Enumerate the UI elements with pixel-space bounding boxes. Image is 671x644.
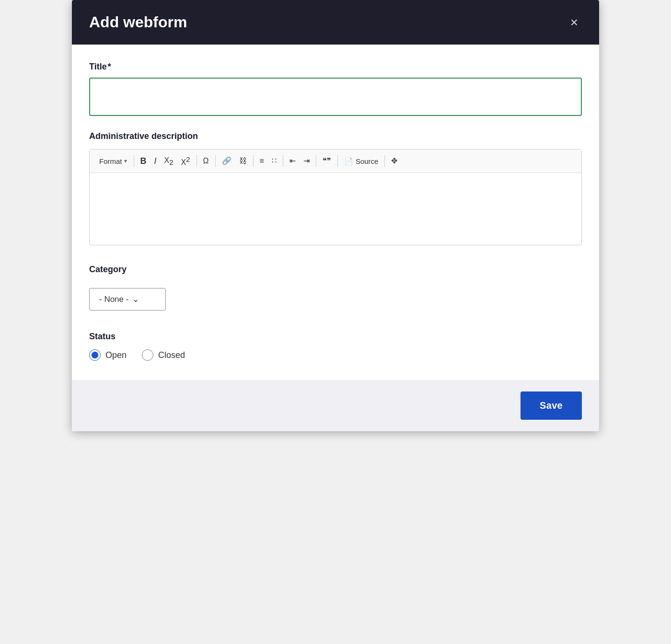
- status-open-option[interactable]: Open: [89, 349, 127, 361]
- unordered-list-icon: ∷: [272, 157, 277, 165]
- toolbar-separator-6: [316, 155, 316, 167]
- blockquote-button[interactable]: ❝❞: [319, 155, 335, 167]
- superscript-button[interactable]: X2: [178, 153, 194, 169]
- superscript-icon: X2: [181, 156, 190, 166]
- bold-icon: B: [140, 157, 147, 165]
- indent-increase-button[interactable]: ⇥: [300, 155, 313, 167]
- title-field-group: Title*: [89, 62, 582, 116]
- italic-icon: I: [154, 157, 157, 165]
- fullscreen-icon: ✥: [391, 157, 397, 165]
- rich-text-editor: Format ▾ B I X2 X2: [89, 149, 582, 245]
- source-button[interactable]: 📄 Source: [341, 155, 382, 167]
- bold-button[interactable]: B: [137, 154, 150, 168]
- toolbar-separator-4: [253, 155, 254, 167]
- status-open-radio[interactable]: [89, 349, 101, 361]
- source-label: Source: [356, 158, 379, 165]
- link-button[interactable]: 🔗: [219, 155, 235, 167]
- admin-desc-label: Administrative description: [89, 131, 582, 141]
- chevron-down-icon: ▾: [124, 158, 127, 164]
- category-label: Category: [89, 264, 582, 275]
- editor-content-area[interactable]: [90, 173, 581, 245]
- format-dropdown-button[interactable]: Format ▾: [95, 155, 131, 168]
- format-label: Format: [99, 157, 122, 165]
- status-label: Status: [89, 332, 582, 342]
- close-button[interactable]: ×: [567, 14, 582, 31]
- save-button[interactable]: Save: [521, 391, 582, 420]
- subscript-icon: X2: [164, 157, 174, 166]
- category-field-group: Category - None - ⌄: [89, 264, 582, 310]
- fullscreen-button[interactable]: ✥: [388, 155, 401, 167]
- ordered-list-icon: ≡: [260, 157, 264, 165]
- unlink-icon: ⛓: [239, 157, 247, 165]
- toolbar-separator-3: [215, 155, 216, 167]
- modal-header: Add webform ×: [72, 0, 599, 45]
- toolbar-separator-5: [283, 155, 283, 167]
- omega-icon: Ω: [203, 157, 209, 165]
- ordered-list-button[interactable]: ≡: [256, 155, 267, 167]
- title-input[interactable]: [89, 78, 582, 116]
- editor-toolbar: Format ▾ B I X2 X2: [90, 150, 581, 173]
- modal-title: Add webform: [89, 13, 187, 31]
- modal-footer: Save: [72, 380, 599, 431]
- title-label: Title*: [89, 62, 582, 72]
- source-doc-icon: 📄: [344, 158, 353, 165]
- link-icon: 🔗: [222, 157, 231, 165]
- status-open-label: Open: [105, 350, 127, 360]
- toolbar-separator-8: [384, 155, 385, 167]
- indent-decrease-icon: ⇤: [289, 157, 296, 165]
- subscript-button[interactable]: X2: [161, 154, 177, 168]
- add-webform-modal: Add webform × Title* Administrative desc…: [72, 0, 599, 431]
- status-closed-radio[interactable]: [142, 349, 153, 361]
- category-dropdown[interactable]: - None - ⌄: [89, 288, 166, 310]
- required-indicator: *: [108, 62, 111, 72]
- indent-increase-icon: ⇥: [303, 157, 310, 165]
- status-closed-option[interactable]: Closed: [142, 349, 185, 361]
- italic-button[interactable]: I: [151, 154, 160, 168]
- category-selected-value: - None -: [99, 295, 128, 304]
- toolbar-separator-2: [197, 155, 197, 167]
- category-chevron-down-icon: ⌄: [132, 294, 139, 304]
- toolbar-separator-7: [337, 155, 338, 167]
- toolbar-separator-1: [134, 155, 134, 167]
- status-closed-label: Closed: [158, 350, 185, 360]
- unordered-list-button[interactable]: ∷: [268, 155, 280, 167]
- modal-body: Title* Administrative description Format…: [72, 45, 599, 380]
- unlink-button[interactable]: ⛓: [236, 155, 250, 167]
- status-field-group: Status Open Closed: [89, 332, 582, 361]
- admin-desc-field-group: Administrative description Format ▾ B I: [89, 131, 582, 245]
- status-radio-group: Open Closed: [89, 349, 582, 361]
- special-char-button[interactable]: Ω: [200, 155, 212, 167]
- indent-decrease-button[interactable]: ⇤: [286, 155, 299, 167]
- blockquote-icon: ❝❞: [323, 157, 331, 165]
